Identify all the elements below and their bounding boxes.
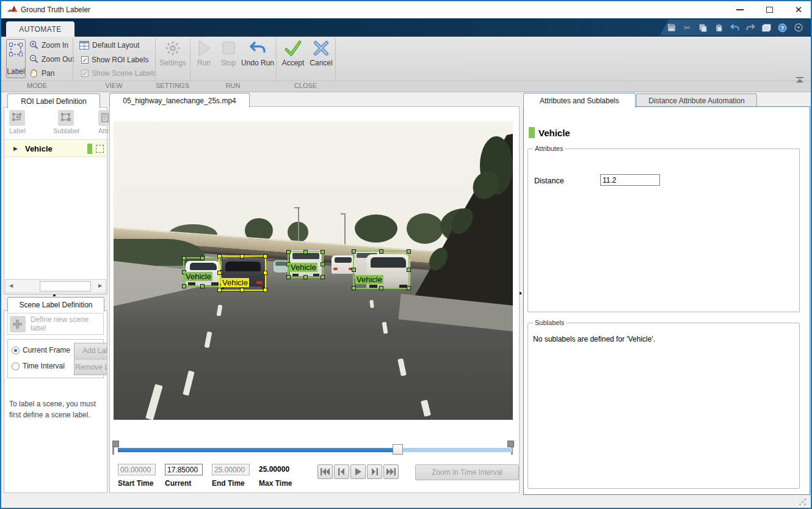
show-roi-labels-checkbox[interactable]: ✓ Show ROI Labels: [81, 56, 148, 64]
plus-icon: [12, 319, 23, 329]
tab-scene-label-definition[interactable]: Scene Label Definition: [7, 297, 104, 312]
help-icon[interactable]: ?: [777, 23, 788, 33]
run-play-icon: [195, 39, 212, 57]
roi-handle[interactable]: [263, 254, 267, 258]
video-frame[interactable]: Vehicle Vehicle Vehicle Vehicle: [114, 122, 513, 420]
time-slider-track[interactable]: [118, 448, 512, 452]
divider: [4, 139, 107, 140]
roi-box-vehicle-2-selected[interactable]: Vehicle: [219, 255, 266, 291]
zoom-out-button[interactable]: Zoom Out: [29, 54, 74, 64]
zoom-in-time-interval-button: Zoom In Time Interval: [415, 464, 519, 480]
cancel-button[interactable]: Cancel: [308, 39, 334, 67]
scroll-left-icon[interactable]: ◀: [7, 280, 15, 291]
current-frame-radio[interactable]: Current Frame: [12, 346, 70, 354]
accept-button[interactable]: Accept: [280, 39, 306, 67]
roi-box-label: Vehicle: [221, 278, 249, 287]
roi-handle[interactable]: [200, 284, 205, 288]
define-scene-label-row: Define new scene label: [7, 313, 104, 335]
maximize-button[interactable]: [757, 1, 781, 18]
roi-handle[interactable]: [182, 256, 186, 260]
roi-handle[interactable]: [407, 286, 411, 290]
redo-icon[interactable]: [745, 23, 756, 33]
roi-handle[interactable]: [352, 286, 356, 290]
roi-handle[interactable]: [217, 271, 222, 275]
tab-video-file[interactable]: 05_highway_lanechange_25s.mp4: [109, 93, 250, 108]
accept-label: Accept: [282, 59, 305, 67]
tab-roi-label-definition[interactable]: ROI Label Definition: [7, 93, 100, 108]
radio-unselected-icon[interactable]: [12, 362, 20, 370]
radio-selected-icon[interactable]: [12, 346, 20, 354]
tab-attributes-and-sublabels[interactable]: Attributes and Sublabels: [523, 93, 636, 108]
time-interval-radio[interactable]: Time Interval: [12, 362, 65, 370]
expand-arrow-icon[interactable]: ▶: [13, 145, 18, 152]
settings-label: Settings: [159, 59, 186, 67]
last-frame-button[interactable]: [383, 464, 399, 479]
roi-box-vehicle-1[interactable]: Vehicle: [183, 257, 222, 287]
undo-run-button[interactable]: Undo Run: [241, 39, 274, 67]
window-layout-icon[interactable]: [761, 23, 772, 33]
mode-group-caption: MODE: [1, 82, 73, 89]
roi-handle[interactable]: [286, 275, 291, 279]
first-frame-button[interactable]: [317, 464, 333, 479]
roi-handle[interactable]: [303, 250, 308, 254]
roi-box-vehicle-4[interactable]: Vehicle: [353, 251, 410, 289]
copy-icon[interactable]: [698, 23, 708, 33]
roi-box-label: Vehicle: [355, 275, 383, 284]
current-time-field[interactable]: [165, 464, 203, 475]
roi-handle[interactable]: [303, 275, 308, 279]
close-button[interactable]: ✕: [786, 1, 811, 18]
add-sublabel-icon: [60, 112, 71, 123]
save-icon[interactable]: [666, 23, 676, 33]
roi-handle[interactable]: [217, 254, 222, 258]
roi-handle[interactable]: [321, 275, 325, 279]
label-color-swatch[interactable]: [87, 144, 92, 154]
roi-handle[interactable]: [352, 249, 356, 254]
scroll-right-icon[interactable]: ▶: [96, 280, 104, 291]
roi-box-vehicle-3[interactable]: Vehicle: [288, 251, 324, 278]
roi-handle[interactable]: [200, 256, 205, 260]
time-slider-thumb[interactable]: [393, 444, 403, 455]
roi-label-item-vehicle[interactable]: ▶ Vehicle: [5, 141, 106, 157]
pan-button[interactable]: Pan: [29, 68, 54, 78]
roi-handle[interactable]: [263, 271, 267, 275]
undo-icon[interactable]: [730, 23, 740, 33]
roi-handle[interactable]: [182, 284, 186, 288]
roi-handle[interactable]: [240, 288, 244, 292]
roi-handle[interactable]: [379, 286, 383, 290]
tab-automate[interactable]: AUTOMATE: [6, 21, 74, 37]
label-button-caption: Label: [7, 67, 24, 76]
roi-handle[interactable]: [263, 288, 267, 292]
next-frame-icon: [371, 468, 378, 475]
play-button[interactable]: [350, 464, 366, 479]
attributes-and-sublabels-panel: Vehicle Attributes Distance Sublabels No…: [523, 106, 810, 495]
toolbar-options-icon[interactable]: [793, 23, 803, 33]
paste-icon[interactable]: [714, 23, 724, 33]
roi-handle[interactable]: [321, 262, 325, 266]
roi-handle[interactable]: [217, 288, 222, 292]
roi-handle[interactable]: [407, 268, 411, 272]
distance-attribute-input[interactable]: [600, 174, 660, 186]
next-frame-button[interactable]: [367, 464, 382, 479]
zoom-in-icon: [29, 40, 38, 49]
roi-horizontal-scrollbar[interactable]: ◀ ▶: [5, 279, 106, 293]
collapse-ribbon-icon[interactable]: [795, 77, 805, 84]
zoom-in-button[interactable]: Zoom In: [29, 40, 68, 49]
label-mode-button[interactable]: Label: [6, 39, 26, 78]
attributes-groupbox: Attributes Distance: [527, 145, 800, 312]
roi-handle[interactable]: [407, 249, 411, 254]
cut-icon[interactable]: ✂: [682, 23, 692, 33]
roi-handle[interactable]: [321, 250, 325, 254]
show-roi-labels-label: Show ROI Labels: [92, 56, 148, 64]
resize-grip[interactable]: [800, 499, 807, 506]
roi-handle[interactable]: [352, 268, 356, 272]
tab-distance-attribute-automation[interactable]: Distance Attribute Automation: [636, 93, 757, 108]
selected-label-header: Vehicle: [538, 128, 570, 138]
default-layout-button[interactable]: Default Layout: [79, 41, 139, 49]
roi-handle[interactable]: [379, 249, 383, 254]
scrollbar-thumb[interactable]: [40, 281, 91, 291]
add-scene-label-button-2: Add Label: [74, 343, 107, 359]
previous-frame-button[interactable]: [334, 464, 349, 479]
minimize-button[interactable]: [728, 1, 752, 18]
roi-handle[interactable]: [240, 254, 244, 258]
roi-handle[interactable]: [286, 250, 291, 254]
